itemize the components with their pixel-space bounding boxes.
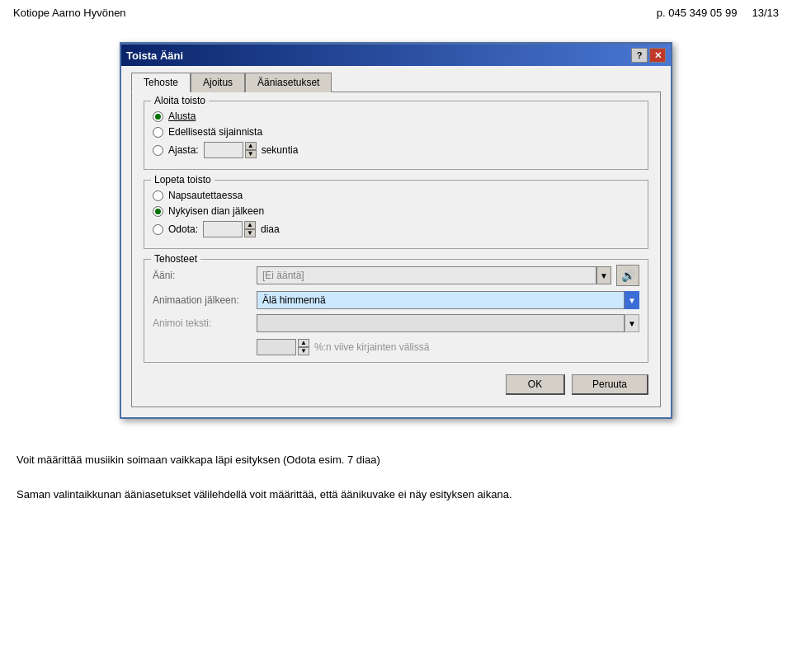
percent-up: ▲ <box>298 339 309 347</box>
lopeta-toisto-group: Lopeta toisto Napsautettaessa Nykyisen d… <box>144 180 648 249</box>
cancel-button[interactable]: Peruuta <box>572 374 648 395</box>
radio-napsauta[interactable] <box>153 190 163 201</box>
header-left: Kotiope Aarno Hyvönen <box>13 7 126 19</box>
ok-button[interactable]: OK <box>506 374 565 395</box>
animaatio-label: Animaation jälkeen: <box>153 294 252 306</box>
animaatio-row: Animaation jälkeen: Älä himmennä ▼ <box>153 291 639 309</box>
percent-row: ▲ ▼ %:n viive kirjainten välissä <box>153 339 639 355</box>
odota-spinner-buttons: ▲ ▼ <box>244 221 256 237</box>
page-header: Kotiope Aarno Hyvönen p. 045 349 05 99 1… <box>0 0 792 26</box>
animoi-teksti-label: Animoi teksti: <box>153 317 252 329</box>
odota-down[interactable]: ▼ <box>244 229 256 237</box>
odota-input[interactable] <box>203 221 243 237</box>
radio-ajasta-row: Ajasta: ▲ ▼ sekuntia <box>153 142 639 158</box>
radio-ajasta-label: Ajasta: <box>168 144 199 156</box>
lopeta-toisto-label: Lopeta toisto <box>151 174 214 186</box>
animaatio-select-container: Älä himmennä ▼ <box>257 291 639 309</box>
dialog-titlebar: Toista Ääni ? ✕ <box>121 45 671 66</box>
aloita-toisto-label: Aloita toisto <box>151 95 209 106</box>
radio-edellinen-label: Edellisestä sijainnista <box>168 126 262 138</box>
tab-bar: Tehoste Ajoitus Ääniasetukset <box>131 73 661 92</box>
dialog-overlay: Toista Ääni ? ✕ Tehoste Ajoitus Ääniaset… <box>0 26 792 435</box>
radio-alusta-label: Alusta <box>168 110 196 122</box>
dialog-content: Tehoste Ajoitus Ääniasetukset Aloita toi… <box>121 66 671 417</box>
radio-napsauta-label: Napsautettaessa <box>168 190 243 201</box>
percent-input <box>257 339 296 355</box>
bottom-text: Voit määrittää musiikin soimaan vaikkapa… <box>0 435 792 511</box>
radio-edellinen[interactable] <box>153 127 163 138</box>
radio-nykyinen-label: Nykyisen dian jälkeen <box>168 205 264 217</box>
ajasta-up[interactable]: ▲ <box>245 142 257 150</box>
bottom-text-line2: Saman valintaikkunan ääniasetukset välil… <box>16 486 776 504</box>
ajasta-spinner-buttons: ▲ ▼ <box>245 142 257 158</box>
animoi-teksti-dropdown-btn: ▼ <box>625 314 639 332</box>
sound-preview-button[interactable]: 🔊 <box>616 265 639 286</box>
odota-up[interactable]: ▲ <box>244 221 256 229</box>
tehosteet-group: Tehosteet Ääni: [Ei ääntä] ▼ 🔊 <box>144 259 648 363</box>
radio-edellinen-row: Edellisestä sijainnista <box>153 126 639 138</box>
tab-tehoste[interactable]: Tehoste <box>131 73 191 92</box>
animoi-teksti-select-container: ▼ <box>257 314 639 332</box>
animoi-teksti-select <box>257 314 625 332</box>
radio-alusta-row: Alusta <box>153 110 639 122</box>
ajasta-input[interactable] <box>204 142 243 158</box>
aani-row: Ääni: [Ei ääntä] ▼ 🔊 <box>153 265 639 286</box>
percent-down: ▼ <box>298 347 309 355</box>
tab-ajoitus[interactable]: Ajoitus <box>191 73 245 92</box>
aani-select[interactable]: [Ei ääntä] <box>257 266 596 284</box>
odota-spinner: ▲ ▼ <box>203 221 256 237</box>
animoi-teksti-row: Animoi teksti: ▼ <box>153 314 639 332</box>
percent-spinner-buttons: ▲ ▼ <box>298 339 309 355</box>
radio-odota-label: Odota: <box>168 223 198 235</box>
tehosteet-label: Tehosteet <box>151 253 200 265</box>
header-right: p. 045 349 05 99 13/13 <box>657 7 779 19</box>
main-panel: Aloita toisto Alusta Edellisestä sijainn… <box>131 92 661 407</box>
percent-label: %:n viive kirjainten välissä <box>314 341 429 353</box>
aani-select-container: [Ei ääntä] ▼ <box>257 266 611 284</box>
ajasta-suffix: sekuntia <box>262 144 299 156</box>
radio-ajasta[interactable] <box>153 145 163 156</box>
aloita-toisto-group: Aloita toisto Alusta Edellisestä sijainn… <box>144 101 648 170</box>
ajasta-down[interactable]: ▼ <box>245 150 257 158</box>
close-button[interactable]: ✕ <box>649 48 666 63</box>
aani-value: [Ei ääntä] <box>262 270 304 281</box>
radio-nykyinen-row: Nykyisen dian jälkeen <box>153 205 639 217</box>
dialog-buttons: OK Peruuta <box>144 374 648 395</box>
radio-nykyinen[interactable] <box>153 206 163 217</box>
aani-label: Ääni: <box>153 270 252 281</box>
radio-napsauta-row: Napsautettaessa <box>153 190 639 201</box>
ajasta-spinner: ▲ ▼ <box>204 142 257 158</box>
bottom-text-line1: Voit määrittää musiikin soimaan vaikkapa… <box>16 452 776 469</box>
odota-suffix: diaa <box>261 223 280 235</box>
help-button[interactable]: ? <box>631 48 648 63</box>
radio-odota-row: Odota: ▲ ▼ diaa <box>153 221 639 237</box>
animaatio-dropdown-btn[interactable]: ▼ <box>625 291 639 309</box>
radio-alusta[interactable] <box>153 111 163 122</box>
tab-aaniasetukset[interactable]: Ääniasetukset <box>245 73 332 92</box>
dialog: Toista Ääni ? ✕ Tehoste Ajoitus Ääniaset… <box>120 42 672 419</box>
percent-spinner: ▲ ▼ <box>257 339 309 355</box>
animaatio-select[interactable]: Älä himmennä <box>257 291 625 309</box>
dialog-title: Toista Ääni <box>126 49 183 62</box>
radio-odota[interactable] <box>153 224 163 235</box>
titlebar-buttons: ? ✕ <box>631 48 666 63</box>
animaatio-value: Älä himmennä <box>262 294 326 306</box>
aani-dropdown-btn[interactable]: ▼ <box>596 266 611 284</box>
